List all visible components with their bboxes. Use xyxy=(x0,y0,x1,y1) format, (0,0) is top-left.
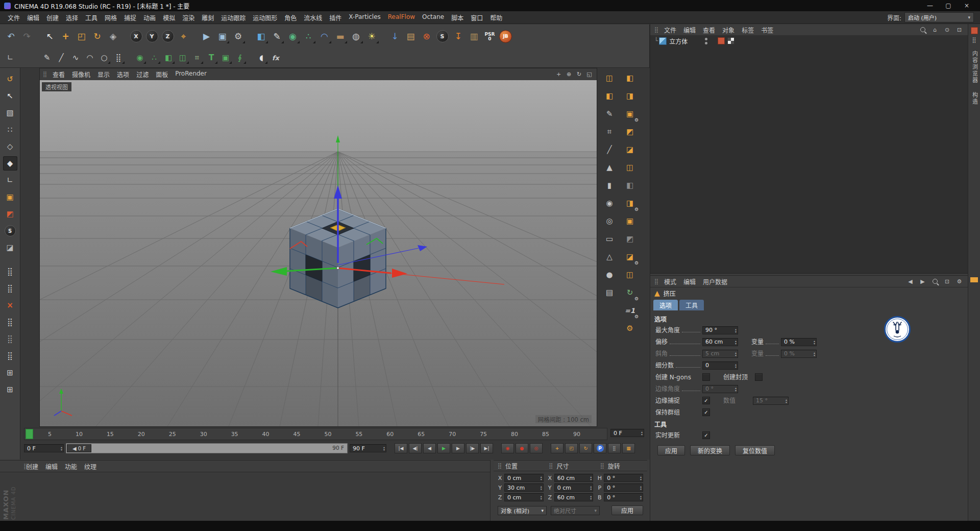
coordinate-apply-button[interactable]: 应用 xyxy=(611,505,643,515)
home-icon[interactable]: ⌂ xyxy=(930,26,939,34)
clapboard-button[interactable]: ▤ xyxy=(403,29,419,44)
spline-sketch-button[interactable]: ∿ xyxy=(68,51,83,65)
coordinate-system-button[interactable]: ⌖ xyxy=(176,29,191,44)
search-icon[interactable] xyxy=(918,26,927,34)
menubar-item[interactable]: 流水线 xyxy=(300,13,326,22)
object-name-label[interactable]: 立方体 xyxy=(669,37,688,45)
disc-button[interactable]: ● xyxy=(602,268,617,282)
key-rotation-toggle[interactable]: ↻ xyxy=(579,443,592,453)
dots-palette-a-button[interactable]: ⣿ xyxy=(3,315,17,329)
dock-vertical-tab[interactable]: 内容浏览器 xyxy=(970,51,978,84)
menubar-item[interactable]: 创建 xyxy=(43,13,62,22)
workplane-widget-button[interactable]: ∟ xyxy=(3,51,17,65)
realtime-checkbox[interactable]: ✓ xyxy=(702,431,710,439)
array-object-button[interactable]: ◨ xyxy=(623,89,637,103)
viewport-menu-item[interactable]: 显示 xyxy=(94,70,113,79)
sync-object-button[interactable]: ↻ xyxy=(623,285,637,300)
subdivision-field[interactable]: 0▴▾ xyxy=(702,361,738,370)
offset-field[interactable]: 60 cm▴▾ xyxy=(702,338,738,346)
menubar-item[interactable]: 窗口 xyxy=(467,13,486,22)
sphere-button[interactable]: ◉ xyxy=(602,196,617,210)
symmetry-object-button[interactable]: ▣ xyxy=(623,107,637,121)
goto-start-button[interactable]: |◀ xyxy=(395,443,407,453)
orbit-icon[interactable]: ↻ xyxy=(575,70,583,79)
history-back-icon[interactable]: ◀ xyxy=(906,277,915,285)
attribute-tab[interactable]: 工具 xyxy=(679,300,704,310)
play-button[interactable]: ▶ xyxy=(437,443,450,453)
apply-button[interactable]: 应用 xyxy=(657,445,685,455)
attribute-menu-item[interactable]: 模式 xyxy=(660,277,680,286)
settings-icon[interactable]: ⚙ xyxy=(955,277,964,285)
menubar-item[interactable]: 帮助 xyxy=(486,13,506,22)
abort-render-button[interactable]: ⊗ xyxy=(419,29,434,44)
size-z-field[interactable]: 60 cm▴▾ xyxy=(554,493,594,501)
caps-checkbox[interactable] xyxy=(755,373,763,381)
end-frame-field[interactable]: 90 F ▴▾ xyxy=(350,444,386,452)
connect-object-button[interactable]: ◫ xyxy=(623,160,637,175)
capsule-button[interactable]: ◎ xyxy=(602,214,617,228)
object-menu-item[interactable]: 对象 xyxy=(719,26,738,34)
attribute-menu-item[interactable]: 用户数据 xyxy=(699,277,731,286)
visibility-dots-icon[interactable] xyxy=(705,38,707,44)
target-icon[interactable]: ⊙ xyxy=(943,26,951,34)
redo-button[interactable]: ↷ xyxy=(19,29,35,44)
lod-object-button[interactable]: ◩ xyxy=(623,232,637,246)
menubar-item[interactable]: 运动图形 xyxy=(249,13,281,22)
menubar-item[interactable]: X-Particles xyxy=(345,13,384,22)
spline-dots-button[interactable]: ⣿ xyxy=(111,51,126,65)
next-key-button[interactable]: |▶ xyxy=(466,443,479,453)
object-menu-item[interactable]: 标签 xyxy=(738,26,757,34)
metaball-object-button[interactable]: ◨ xyxy=(623,196,637,210)
object-menu-item[interactable]: 编辑 xyxy=(680,26,699,34)
goto-end-button[interactable]: ▶| xyxy=(480,443,493,453)
floor-object-button[interactable]: ◫ xyxy=(623,268,637,282)
green-cube-button[interactable]: ▣ xyxy=(218,51,233,65)
reset-values-button[interactable]: 复位数值 xyxy=(735,445,775,455)
snap-toggle-button[interactable]: S xyxy=(3,224,17,238)
pan-icon[interactable]: + xyxy=(554,70,563,79)
ruler-button[interactable]: ╱ xyxy=(602,142,617,157)
dots-palette-b-button[interactable]: ⣿ xyxy=(3,332,17,346)
x-axis-lock-button[interactable]: X xyxy=(128,29,144,44)
viewport-canvas[interactable]: 透视视图 网格间距 : 100 cm xyxy=(40,80,597,426)
boxed-dots-a-button[interactable]: ⊞ xyxy=(3,366,17,380)
position-x-field[interactable]: 0 cm▴▾ xyxy=(504,474,544,482)
plane-button[interactable]: ▭ xyxy=(602,232,617,246)
light-button[interactable]: ☀ xyxy=(364,29,380,44)
symmetry-button[interactable]: ◫ xyxy=(176,51,190,65)
pen-dark-button[interactable]: ✎ xyxy=(602,107,617,121)
prev-frame-button[interactable]: ◀ xyxy=(423,443,436,453)
next-frame-button[interactable]: ▶ xyxy=(452,443,464,453)
floor-button[interactable]: ▬ xyxy=(332,29,348,44)
history-forward-icon[interactable]: ▶ xyxy=(918,277,927,285)
rotation-b-field[interactable]: 0 °▴▾ xyxy=(604,493,643,501)
rotation-p-field[interactable]: 0 °▴▾ xyxy=(604,484,643,492)
menubar-item[interactable]: Octane xyxy=(419,13,448,22)
max-angle-field[interactable]: 90 °▴▾ xyxy=(702,326,738,334)
text-spline-button[interactable]: T xyxy=(204,51,218,65)
gear-ball-button[interactable]: ⚙ xyxy=(623,321,637,335)
xpresso-button[interactable]: fx xyxy=(268,51,283,65)
no-texture-button[interactable]: × xyxy=(3,298,17,312)
key-parameter-toggle[interactable]: P xyxy=(594,443,606,453)
attribute-menu-item[interactable]: 编辑 xyxy=(680,277,699,286)
render-picture-viewer-button[interactable]: ▣ xyxy=(214,29,230,44)
menubar-item[interactable]: 工具 xyxy=(82,13,101,22)
generator-button[interactable]: ∴ xyxy=(301,29,316,44)
object-row-cube[interactable]: └ 立方体 xyxy=(650,35,968,46)
landscape-button[interactable]: ▤ xyxy=(602,285,617,300)
model-mode-button[interactable]: ↖ xyxy=(3,89,17,103)
menubar-item[interactable]: 插件 xyxy=(326,13,345,22)
size-x-field[interactable]: 60 cm▴▾ xyxy=(554,474,594,482)
menubar-item[interactable]: RealFlow xyxy=(384,13,419,22)
plugin-ball-button[interactable]: JB xyxy=(498,29,513,44)
dock-splitter-handle[interactable] xyxy=(970,277,978,282)
boole-button[interactable]: ◧ xyxy=(161,51,176,65)
menubar-item[interactable]: 渲染 xyxy=(179,13,198,22)
position-y-field[interactable]: 30 cm▴▾ xyxy=(504,484,544,492)
material-menu-item[interactable]: 编辑 xyxy=(42,462,61,471)
psr-reset-button[interactable]: PSR0 xyxy=(482,29,498,44)
remesh-object-button[interactable]: ▣ xyxy=(623,214,637,228)
viewport-menu-item[interactable]: 查看 xyxy=(49,70,68,79)
panel-handle-icon[interactable]: ⣿ xyxy=(654,278,658,285)
